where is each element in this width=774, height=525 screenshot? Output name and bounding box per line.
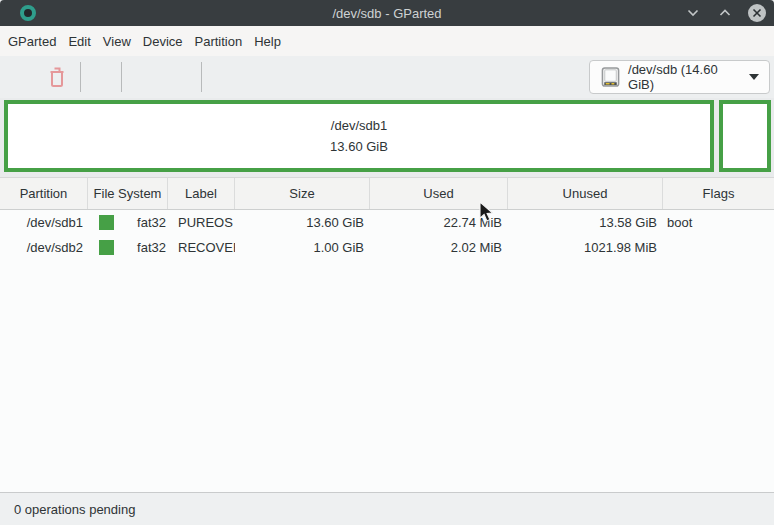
menu-gparted[interactable]: GParted	[2, 29, 62, 54]
titlebar[interactable]: /dev/sdb - GParted	[0, 0, 774, 26]
cell-flags	[663, 235, 774, 260]
cell-used: 22.74 MiB	[370, 210, 508, 235]
filesystem-name: fat32	[114, 240, 166, 255]
cell-flags: boot	[663, 210, 774, 235]
hard-drive-icon	[600, 66, 621, 88]
statusbar: 0 operations pending	[0, 492, 774, 525]
partition-visual-size: 13.60 GiB	[330, 136, 388, 157]
cell-partition: /dev/sdb2	[0, 235, 88, 260]
cell-size: 1.00 GiB	[235, 235, 370, 260]
menu-partition[interactable]: Partition	[189, 29, 249, 54]
column-header-file-system[interactable]: File System	[88, 178, 168, 209]
cell-file-system: fat32	[88, 210, 168, 235]
close-button[interactable]	[748, 4, 766, 22]
column-header-label[interactable]: Label	[168, 178, 235, 209]
chevron-up-icon	[719, 9, 731, 17]
cell-unused: 13.58 GiB	[508, 210, 663, 235]
toolbar: /dev/sdb (14.60 GiB)	[0, 56, 774, 98]
partition-table-header: Partition File System Label Size Used Un…	[0, 177, 774, 210]
minimize-button[interactable]	[684, 4, 702, 22]
cell-file-system: fat32	[88, 235, 168, 260]
column-header-partition[interactable]: Partition	[0, 178, 88, 209]
cell-partition: /dev/sdb1	[0, 210, 88, 235]
disk-visual-strip: /dev/sdb1 13.60 GiB	[0, 98, 774, 177]
delete-partition-button[interactable]	[37, 60, 77, 94]
dropdown-caret-icon	[749, 74, 759, 80]
cell-unused: 1021.98 MiB	[508, 235, 663, 260]
gparted-logo-icon	[20, 5, 36, 21]
maximize-button[interactable]	[716, 4, 734, 22]
trash-icon	[45, 64, 69, 90]
pending-operations-text: 0 operations pending	[14, 502, 135, 517]
cell-label: PUREOS	[168, 210, 235, 235]
window-controls	[684, 4, 766, 22]
cell-used: 2.02 MiB	[370, 235, 508, 260]
toolbar-separator	[121, 62, 122, 92]
cell-size: 13.60 GiB	[235, 210, 370, 235]
column-header-size[interactable]: Size	[235, 178, 370, 209]
chevron-down-icon	[687, 9, 699, 17]
column-header-unused[interactable]: Unused	[508, 178, 663, 209]
menubar: GParted Edit View Device Partition Help	[0, 26, 774, 56]
menu-help[interactable]: Help	[248, 29, 287, 54]
partition-visual-name: /dev/sdb1	[331, 115, 387, 136]
toolbar-separator	[201, 62, 202, 92]
menu-edit[interactable]: Edit	[62, 29, 96, 54]
partition-visual-sdb1[interactable]: /dev/sdb1 13.60 GiB	[4, 100, 714, 172]
cell-label: RECOVER	[168, 235, 235, 260]
menu-device[interactable]: Device	[137, 29, 189, 54]
toolbar-separator	[80, 62, 81, 92]
window-title: /dev/sdb - GParted	[0, 6, 774, 21]
partition-visual-sdb2[interactable]	[719, 100, 771, 172]
column-header-used[interactable]: Used	[370, 178, 508, 209]
table-row-sdb1[interactable]: /dev/sdb1 fat32 PUREOS 13.60 GiB 22.74 M…	[0, 210, 774, 235]
menu-view[interactable]: View	[97, 29, 137, 54]
filesystem-color-swatch	[99, 240, 114, 255]
column-header-flags[interactable]: Flags	[663, 178, 774, 209]
table-empty-area[interactable]	[0, 260, 774, 492]
gparted-window: /dev/sdb - GParted GParted Edit	[0, 0, 774, 525]
filesystem-name: fat32	[114, 215, 166, 230]
filesystem-color-swatch	[99, 215, 114, 230]
table-row-sdb2[interactable]: /dev/sdb2 fat32 RECOVER 1.00 GiB 2.02 Mi…	[0, 235, 774, 260]
close-icon	[752, 8, 762, 18]
device-selector-label: /dev/sdb (14.60 GiB)	[628, 62, 742, 92]
device-selector-dropdown[interactable]: /dev/sdb (14.60 GiB)	[589, 60, 770, 94]
